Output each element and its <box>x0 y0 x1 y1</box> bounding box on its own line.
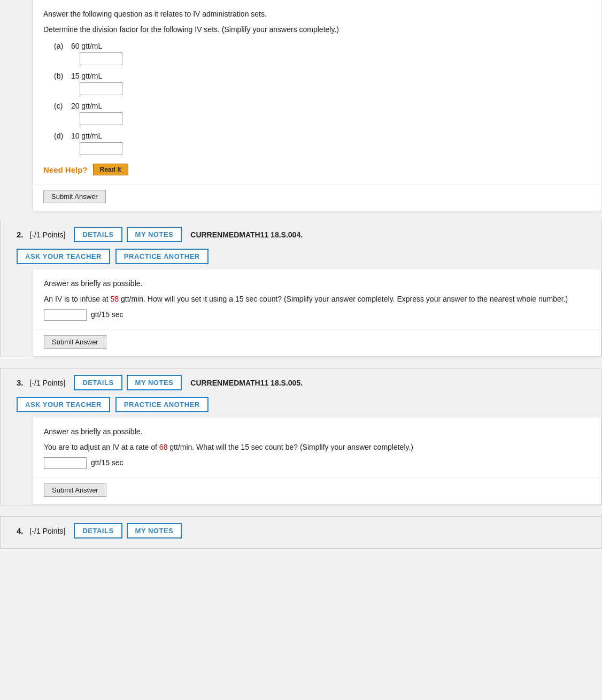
q3-answer-row: gtt/15 sec <box>44 457 590 469</box>
q2-header: 2. [-/1 Points] DETAILS MY NOTES CURRENM… <box>1 220 601 247</box>
q1-read-it-button[interactable]: Read It <box>93 164 128 175</box>
q1-sub-b: (b) 15 gtt/mL <box>54 72 591 95</box>
q3-ask-teacher-button[interactable]: ASK YOUR TEACHER <box>17 397 110 412</box>
question-4-block: 4. [-/1 Points] DETAILS MY NOTES <box>0 516 602 549</box>
q1-sub-d-label: (d) <box>54 132 69 140</box>
q2-details-button[interactable]: DETAILS <box>74 227 122 242</box>
q1-content-area: Answer the following question as it rela… <box>32 0 602 184</box>
q3-points: [-/1 Points] <box>30 379 66 387</box>
q3-highlight-value: 68 <box>159 443 168 451</box>
q2-input[interactable] <box>44 309 87 321</box>
q2-content-area: Answer as briefly as possible. An IV is … <box>33 270 601 329</box>
q1-need-help-label: Need Help? <box>43 165 88 174</box>
q1-input-b[interactable] <box>80 82 122 95</box>
page-wrapper: Answer the following question as it rela… <box>0 0 602 549</box>
q1-submit-button[interactable]: Submit Answer <box>43 190 106 203</box>
q3-number: 3. <box>17 378 24 387</box>
divider-2 <box>0 359 602 368</box>
q3-content-area: Answer as briefly as possible. You are t… <box>33 418 601 478</box>
q1-sub-c-value: 20 gtt/mL <box>71 102 102 110</box>
q2-points: [-/1 Points] <box>30 230 66 239</box>
q3-submit-button[interactable]: Submit Answer <box>44 483 106 497</box>
q3-brief-text: Answer as briefly as possible. <box>44 426 590 437</box>
q3-code: CURRENMEDMATH11 18.S.005. <box>190 379 303 387</box>
q1-sub-d-value: 10 gtt/mL <box>71 132 102 140</box>
q3-header: 3. [-/1 Points] DETAILS MY NOTES CURRENM… <box>1 368 601 395</box>
q4-notes-button[interactable]: MY NOTES <box>127 523 182 539</box>
question-1-content: Answer the following question as it rela… <box>0 0 602 211</box>
q2-code: CURRENMEDMATH11 18.S.004. <box>190 230 303 239</box>
q3-details-button[interactable]: DETAILS <box>74 375 122 390</box>
q2-question-text: An IV is to infuse at 58 gtt/min. How wi… <box>44 294 590 305</box>
q2-answer-row: gtt/15 sec <box>44 309 590 321</box>
q4-header: 4. [-/1 Points] DETAILS MY NOTES <box>1 517 601 543</box>
q3-actions: ASK YOUR TEACHER PRACTICE ANOTHER <box>1 395 601 418</box>
q1-sub-c: (c) 20 gtt/mL <box>54 102 591 125</box>
q1-input-c[interactable] <box>80 112 122 125</box>
q1-sub-a-label: (a) <box>54 42 69 50</box>
q3-text-before: You are to adjust an IV at a rate of <box>44 443 159 451</box>
q1-sub-b-label: (b) <box>54 72 69 80</box>
q1-sub-c-label: (c) <box>54 102 69 110</box>
q1-sub-b-value: 15 gtt/mL <box>71 72 102 80</box>
q2-submit-area: Submit Answer <box>33 329 601 357</box>
q1-need-help: Need Help? Read It <box>43 164 591 175</box>
q2-practice-another-button[interactable]: PRACTICE ANOTHER <box>115 249 209 264</box>
q1-input-d[interactable] <box>80 142 122 155</box>
q4-number: 4. <box>17 526 24 535</box>
q1-sub-d: (d) 10 gtt/mL <box>54 132 591 155</box>
q1-sub-a: (a) 60 gtt/mL <box>54 42 591 65</box>
q2-brief-text: Answer as briefly as possible. <box>44 278 590 289</box>
q1-submit-area: Submit Answer <box>32 184 602 211</box>
q1-instruction-1: Answer the following question as it rela… <box>43 9 591 20</box>
q2-notes-button[interactable]: MY NOTES <box>127 227 182 242</box>
q4-details-button[interactable]: DETAILS <box>74 523 122 539</box>
q2-highlight-value: 58 <box>111 295 119 303</box>
q3-question-text: You are to adjust an IV at a rate of 68 … <box>44 442 590 453</box>
q1-sub-a-value: 60 gtt/mL <box>71 42 102 50</box>
q1-instruction-2: Determine the division factor for the fo… <box>43 24 591 35</box>
divider-1 <box>0 211 602 220</box>
q2-ask-teacher-button[interactable]: ASK YOUR TEACHER <box>17 249 110 264</box>
question-2-block: 2. [-/1 Points] DETAILS MY NOTES CURRENM… <box>0 220 602 357</box>
q3-submit-area: Submit Answer <box>33 478 601 505</box>
q3-practice-another-button[interactable]: PRACTICE ANOTHER <box>115 397 209 412</box>
q1-input-a[interactable] <box>80 52 122 65</box>
q4-points: [-/1 Points] <box>30 527 66 535</box>
q2-unit-label: gtt/15 sec <box>91 310 124 319</box>
q2-number: 2. <box>17 230 24 239</box>
q3-notes-button[interactable]: MY NOTES <box>127 375 182 390</box>
q2-actions: ASK YOUR TEACHER PRACTICE ANOTHER <box>1 247 601 270</box>
q3-unit-label: gtt/15 sec <box>91 458 124 467</box>
question-3-block: 3. [-/1 Points] DETAILS MY NOTES CURRENM… <box>0 368 602 505</box>
q2-text-before: An IV is to infuse at <box>44 295 111 303</box>
q3-text-after: gtt/min. What will the 15 sec count be? … <box>167 443 413 451</box>
q2-text-after: gtt/min. How will you set it using a 15 … <box>119 295 568 303</box>
q2-submit-button[interactable]: Submit Answer <box>44 335 106 349</box>
q3-input[interactable] <box>44 457 87 469</box>
divider-3 <box>0 507 602 516</box>
